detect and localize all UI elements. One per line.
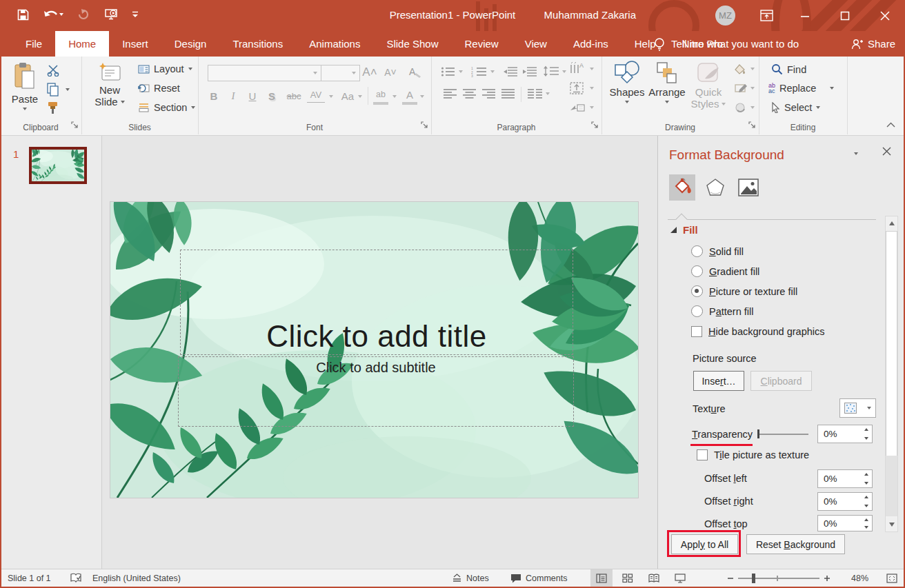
change-case-button[interactable]: Aa — [339, 88, 357, 103]
align-text-dropdown-icon[interactable] — [590, 87, 594, 90]
language-status[interactable]: English (United States) — [92, 569, 181, 587]
scroll-up-icon[interactable] — [886, 216, 897, 230]
pattern-fill-option[interactable]: Pattern fill — [691, 305, 754, 317]
reset-button[interactable]: Reset — [138, 83, 180, 94]
comments-button[interactable]: Comments — [510, 569, 567, 587]
tab-insert[interactable]: Insert — [109, 31, 161, 57]
copy-dropdown-icon[interactable] — [66, 88, 70, 91]
ribbon-display-options-icon[interactable] — [750, 0, 782, 31]
paragraph-dialog-launcher-icon[interactable] — [591, 119, 599, 132]
picture-icon[interactable] — [735, 174, 762, 201]
spell-check-icon[interactable] — [70, 569, 82, 587]
spin-up-icon[interactable] — [864, 428, 868, 431]
transparency-slider-track[interactable] — [759, 434, 808, 435]
underline-button[interactable]: U — [245, 88, 260, 103]
bold-button[interactable]: B — [206, 88, 221, 103]
account-user-name[interactable]: Muhammad Zakaria — [544, 9, 636, 21]
zoom-slider[interactable] — [738, 574, 819, 583]
slide-show-view-icon[interactable] — [669, 569, 691, 587]
tab-file[interactable]: File — [12, 31, 55, 57]
select-button[interactable]: Select — [771, 102, 820, 113]
fill-bucket-icon[interactable] — [669, 174, 695, 201]
drawing-dialog-launcher-icon[interactable] — [748, 119, 756, 132]
font-dialog-launcher-icon[interactable] — [421, 119, 428, 132]
scrollbar-thumb[interactable] — [886, 231, 897, 457]
texture-dropdown[interactable] — [839, 398, 876, 418]
tab-design[interactable]: Design — [161, 31, 220, 57]
shape-outline-dropdown-icon[interactable] — [750, 87, 755, 90]
tab-add-ins[interactable]: Add-ins — [560, 31, 621, 57]
align-left-icon[interactable] — [444, 88, 457, 101]
format-painter-icon[interactable] — [47, 101, 61, 117]
numbering-dropdown-icon[interactable] — [490, 70, 495, 73]
bullets-icon[interactable] — [441, 66, 456, 80]
scroll-down-icon[interactable] — [886, 518, 897, 531]
tab-animations[interactable]: Animations — [296, 31, 373, 57]
zoom-out-icon[interactable] — [727, 575, 734, 582]
scrollbar-track[interactable] — [886, 456, 897, 516]
radio-icon[interactable] — [691, 265, 703, 277]
shape-fill-icon[interactable] — [734, 63, 748, 77]
radio-icon[interactable] — [691, 245, 703, 257]
copy-icon[interactable] — [47, 83, 59, 99]
notes-button[interactable]: Notes — [452, 569, 489, 587]
change-case-dropdown-icon[interactable] — [358, 95, 362, 98]
shape-outline-icon[interactable] — [734, 83, 748, 97]
align-text-icon[interactable] — [569, 81, 586, 98]
shape-effects-icon[interactable] — [734, 102, 748, 116]
paste-dropdown-icon[interactable] — [23, 108, 27, 110]
hide-background-graphics-option[interactable]: Hide background graphics — [691, 326, 824, 337]
editing-canvas[interactable]: Click to add title Click to add subtitle — [102, 136, 658, 569]
find-button[interactable]: Find — [771, 63, 806, 75]
spin-down-icon[interactable] — [864, 482, 868, 485]
slide-sorter-view-icon[interactable] — [617, 569, 639, 587]
radio-icon[interactable] — [691, 305, 703, 317]
shape-effects-dropdown-icon[interactable] — [750, 106, 755, 109]
close-icon[interactable] — [869, 0, 901, 31]
replace-button[interactable]: ab ac Replace — [768, 83, 834, 94]
columns-dropdown-icon[interactable] — [546, 92, 550, 95]
columns-icon[interactable] — [528, 88, 543, 101]
radio-icon[interactable] — [691, 285, 703, 297]
pane-close-icon[interactable] — [882, 147, 891, 158]
font-color-dropdown-icon[interactable] — [420, 95, 424, 98]
tile-picture-option[interactable]: Tile picture as texture — [697, 449, 809, 460]
tab-transitions[interactable]: Transitions — [219, 31, 296, 57]
spin-up-icon[interactable] — [864, 496, 868, 498]
character-spacing-dropdown-icon[interactable] — [329, 95, 333, 98]
normal-view-icon[interactable] — [590, 569, 613, 587]
transparency-spinbox[interactable]: 0% — [817, 425, 873, 443]
justify-icon[interactable] — [501, 88, 515, 101]
line-spacing-dropdown-icon[interactable] — [562, 70, 566, 73]
collapse-ribbon-icon[interactable] — [886, 119, 895, 130]
paste-button[interactable]: Paste — [7, 62, 43, 110]
layout-button[interactable]: Layout — [138, 63, 192, 74]
increase-indent-icon[interactable] — [522, 66, 537, 80]
character-spacing-button[interactable]: AV — [307, 87, 325, 103]
transparency-slider-thumb[interactable] — [757, 429, 759, 438]
minimize-icon[interactable] — [789, 0, 821, 31]
clipboard-dialog-launcher-icon[interactable] — [71, 119, 79, 132]
zoom-slider-thumb[interactable] — [752, 574, 755, 583]
insert-picture-button[interactable]: Insert… — [693, 371, 744, 391]
picture-or-texture-fill-option[interactable]: Picture or texture fill — [691, 285, 797, 297]
clear-formatting-icon[interactable]: A — [408, 65, 423, 80]
numbering-icon[interactable]: 123 — [471, 66, 488, 80]
offset-top-spinbox[interactable]: 0% — [817, 515, 873, 531]
zoom-in-icon[interactable] — [824, 575, 831, 582]
spin-up-icon[interactable] — [864, 518, 868, 521]
bullets-dropdown-icon[interactable] — [459, 70, 463, 73]
text-direction-dropdown-icon[interactable] — [590, 68, 594, 70]
replace-dropdown-icon[interactable] — [830, 87, 834, 90]
spin-down-icon[interactable] — [864, 505, 868, 507]
pane-scrollbar[interactable] — [885, 216, 898, 532]
font-color-button[interactable]: A — [402, 87, 417, 105]
pane-options-dropdown-icon[interactable] — [854, 152, 858, 155]
share-button[interactable]: Share — [851, 31, 895, 57]
new-slide-button[interactable]: New Slide — [90, 62, 130, 108]
spin-down-icon[interactable] — [864, 437, 868, 440]
increase-font-size-icon[interactable]: A˄ — [362, 65, 377, 80]
subtitle-placeholder[interactable]: Click to add subtitle — [178, 356, 574, 427]
solid-fill-option[interactable]: Solid fill — [691, 245, 744, 257]
offset-left-spinbox[interactable]: 0% — [817, 469, 873, 488]
